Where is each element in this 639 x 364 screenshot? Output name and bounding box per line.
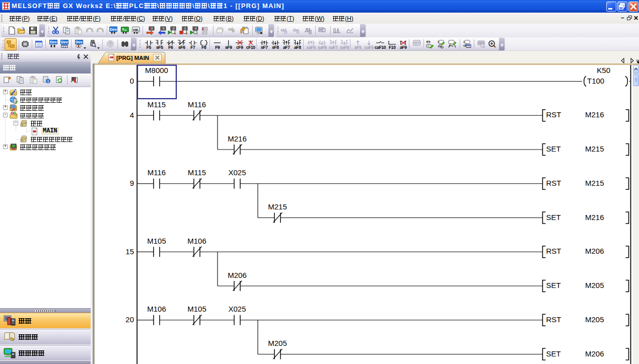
svg-text:M215: M215 [585, 144, 604, 153]
svg-text:0: 0 [130, 77, 134, 85]
svg-text:M106: M106 [147, 305, 166, 313]
svg-text:15: 15 [125, 247, 134, 256]
svg-text:SET: SET [546, 144, 561, 153]
svg-text:RST: RST [546, 110, 561, 119]
svg-text:9: 9 [130, 179, 134, 187]
svg-text:M8000: M8000 [145, 66, 168, 75]
svg-text:M205: M205 [585, 281, 604, 289]
svg-text:M115: M115 [148, 100, 166, 109]
svg-text:K50: K50 [597, 66, 610, 75]
svg-text:M115: M115 [188, 168, 206, 177]
svg-text:SET: SET [546, 349, 561, 358]
svg-text:Dev: Dev [50, 40, 57, 44]
svg-text:?: ? [109, 41, 112, 47]
svg-text:T100: T100 [587, 77, 604, 85]
svg-text:M105: M105 [187, 305, 206, 313]
svg-text:Dev: Dev [61, 40, 68, 44]
svg-text:20: 20 [125, 315, 134, 324]
svg-text:M205: M205 [585, 315, 604, 324]
svg-text:ST: ST [414, 41, 419, 45]
svg-text:Dev: Dev [76, 40, 83, 44]
svg-text:M205: M205 [268, 339, 287, 347]
svg-text:M206: M206 [585, 349, 604, 358]
svg-text:M216: M216 [585, 213, 604, 222]
svg-text:4: 4 [130, 111, 134, 119]
svg-text:M206: M206 [585, 247, 604, 255]
svg-text:SET: SET [546, 213, 561, 222]
svg-text:SET: SET [546, 281, 561, 289]
svg-text:HK: HK [133, 28, 139, 32]
svg-text:RST: RST [546, 179, 561, 187]
svg-text:M116: M116 [188, 100, 206, 109]
svg-text:RST: RST [546, 315, 561, 324]
svg-text:M106: M106 [187, 237, 206, 245]
svg-text:M105: M105 [147, 237, 166, 245]
svg-text:Dev: Dev [110, 27, 117, 32]
svg-text:M216: M216 [228, 134, 247, 143]
svg-text:M116: M116 [148, 168, 166, 177]
svg-text:i: i [47, 79, 48, 84]
svg-text:RST: RST [546, 247, 561, 255]
svg-text:M216: M216 [585, 110, 604, 119]
svg-text:M215: M215 [585, 179, 604, 187]
svg-text:X025: X025 [228, 305, 246, 313]
svg-text:X025: X025 [228, 168, 246, 177]
svg-text:M206: M206 [228, 271, 247, 279]
svg-text:M215: M215 [268, 202, 287, 211]
